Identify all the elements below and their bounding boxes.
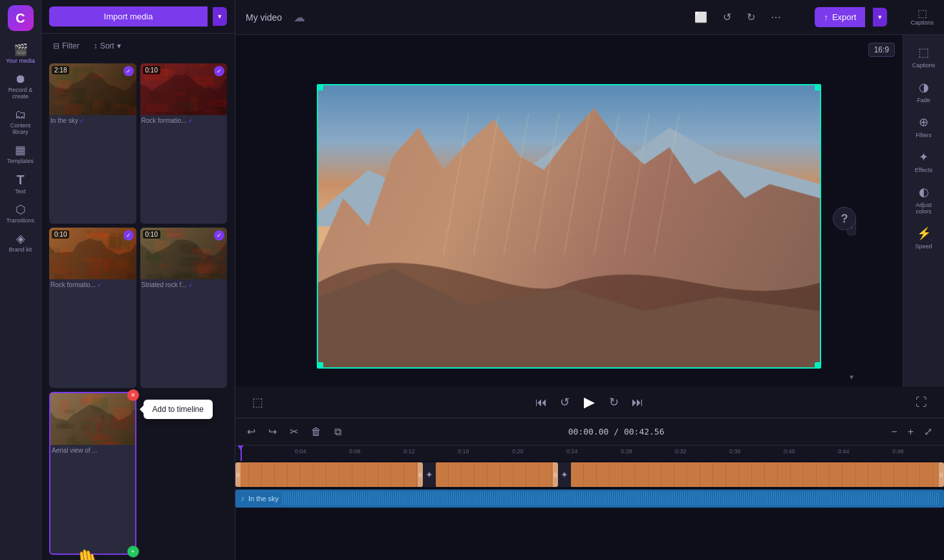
media-item-2[interactable]: 0:10 ✓ Rock formatio... ✓ bbox=[140, 63, 228, 224]
preview-area: 16:9 ‹ ? ▾ bbox=[235, 35, 903, 418]
media-grid: 2:18 ✓ In the sky ✓ 0:10 ✓ Rock formatio… bbox=[41, 58, 235, 560]
right-panel-filters[interactable]: ⊕ Filters bbox=[906, 110, 942, 144]
right-panel-captions[interactable]: ⬚ Captions bbox=[906, 40, 942, 74]
right-effects-label: Effects bbox=[915, 167, 932, 173]
rewind-button[interactable]: ↺ bbox=[556, 393, 574, 412]
export-chevron[interactable]: ▾ bbox=[873, 8, 887, 27]
redo-tool-button[interactable]: ↻ bbox=[742, 7, 760, 27]
fullscreen-button[interactable]: ⛶ bbox=[912, 393, 931, 412]
add-to-timeline-tooltip[interactable]: Add to timeline bbox=[144, 400, 213, 419]
media-item-3[interactable]: 0:10 ✓ Rock formatio... ✓ bbox=[49, 228, 136, 388]
sidebar-item-record-create[interactable]: ⏺ Record & create bbox=[3, 69, 39, 103]
video-segment-2[interactable]: ⏸ bbox=[435, 462, 558, 487]
main-area: My video ☁ ⬜ ↺ ↻ ⋯ ↑ Export ▾ ⬚ Captions bbox=[235, 0, 944, 560]
right-panel-fade[interactable]: ◑ Fade bbox=[906, 75, 942, 109]
top-bar-tools: ⬜ ↺ ↻ ⋯ bbox=[689, 7, 786, 27]
segment-frames-3 bbox=[570, 462, 944, 487]
sort-icon: ↕ bbox=[94, 41, 98, 50]
crop-tool-button[interactable]: ⬜ bbox=[689, 7, 713, 27]
video-segment-3[interactable]: ⏸ bbox=[570, 462, 944, 487]
import-media-chevron[interactable]: ▾ bbox=[213, 7, 227, 26]
undo-tool-button[interactable]: ↺ bbox=[718, 7, 736, 27]
preview-corner-bl[interactable] bbox=[317, 362, 323, 369]
sidebar-label-record-create: Record & create bbox=[5, 87, 36, 100]
right-panel-speed[interactable]: ⚡ Speed bbox=[906, 221, 942, 255]
ruler-label-2: 0:12 bbox=[403, 448, 415, 455]
subtitle-toggle-button[interactable]: ⬚ bbox=[248, 393, 267, 412]
play-pause-button[interactable]: ▶ bbox=[579, 391, 600, 413]
right-panel: ⬚ Captions ◑ Fade ⊕ Filters ✦ Effects ◐ … bbox=[903, 35, 944, 418]
sidebar-item-content-library[interactable]: 🗂 Content library bbox=[3, 105, 39, 139]
media-item-5[interactable]: ✕ + Aerial view of ... Add to timeline 🤚 bbox=[49, 392, 136, 555]
ruler-label-1: 0:08 bbox=[349, 448, 361, 455]
export-label: Export bbox=[832, 12, 857, 22]
preview-corner-tr[interactable] bbox=[815, 84, 821, 91]
media-item-1[interactable]: 2:18 ✓ In the sky ✓ bbox=[49, 63, 136, 224]
media-item-4[interactable]: 0:10 ✓ Striated rock f... ✓ bbox=[140, 228, 228, 388]
project-title: My video bbox=[246, 12, 282, 23]
cloud-icon: ☁ bbox=[294, 10, 305, 25]
media-add-icon-5[interactable]: + bbox=[127, 546, 139, 557]
ruler-label-0: 0:04 bbox=[295, 448, 306, 455]
right-panel-adjust-colors[interactable]: ◐ Adjust colors bbox=[906, 180, 942, 220]
sidebar-item-text[interactable]: T Text bbox=[3, 169, 39, 199]
media-panel-toolbar: Import media ▾ bbox=[41, 0, 235, 34]
fit-timeline-button[interactable]: ⤢ bbox=[920, 423, 936, 440]
sidebar-label-content-library: Content library bbox=[5, 122, 36, 135]
sort-button[interactable]: ↕ Sort ▾ bbox=[90, 39, 125, 53]
preview-corner-tl[interactable] bbox=[317, 84, 323, 91]
media-label-2: Rock formatio... ✓ bbox=[140, 115, 228, 127]
audio-track-label: In the sky bbox=[248, 495, 279, 502]
text-icon: T bbox=[16, 173, 24, 186]
sidebar-label-brand-kit: Brand kit bbox=[9, 246, 32, 253]
timeline-cut-button[interactable]: ✂ bbox=[286, 423, 302, 440]
video-segment-1[interactable]: ⏸ ⏸ bbox=[235, 462, 423, 487]
panel-collapse-chevron: ▾ bbox=[850, 372, 853, 382]
export-button[interactable]: ↑ Export bbox=[815, 7, 865, 27]
skip-start-button[interactable]: ⏮ bbox=[531, 393, 551, 412]
timeline-undo-button[interactable]: ↩ bbox=[243, 423, 259, 440]
segment-handle-right-3[interactable]: ⏸ bbox=[939, 462, 944, 487]
media-duration-4: 0:10 bbox=[143, 230, 160, 239]
segment-frames-1 bbox=[235, 462, 423, 487]
filter-label: Filter bbox=[62, 41, 80, 50]
playhead[interactable] bbox=[241, 446, 242, 461]
captions-button[interactable]: ⬚ Captions bbox=[910, 8, 934, 26]
sidebar-item-transitions[interactable]: ⬡ Transitions bbox=[3, 200, 39, 228]
right-adjust-label: Adjust colors bbox=[908, 202, 939, 215]
skip-end-button[interactable]: ⏭ bbox=[628, 393, 647, 412]
ruler-label-5: 0:24 bbox=[566, 448, 578, 455]
ruler-label-4: 0:20 bbox=[512, 448, 524, 455]
audio-segment[interactable]: ♪ In the sky bbox=[235, 490, 944, 508]
segment-handle-right-2[interactable]: ⏸ bbox=[553, 462, 558, 487]
sort-chevron-icon: ▾ bbox=[117, 41, 121, 50]
forward-button[interactable]: ↻ bbox=[605, 393, 623, 412]
timeline-duplicate-button[interactable]: ⧉ bbox=[330, 424, 345, 440]
sidebar-item-brand-kit[interactable]: ◈ Brand kit bbox=[3, 229, 39, 257]
ruler-label-3: 0:16 bbox=[458, 448, 469, 455]
transition-2[interactable]: ✦ bbox=[558, 462, 571, 487]
media-panel: Import media ▾ ⊟ Filter ↕ Sort ▾ 2:18 ✓ … bbox=[41, 0, 235, 560]
sidebar-item-your-media[interactable]: 🎬 Your media bbox=[3, 40, 39, 68]
more-options-button[interactable]: ⋯ bbox=[766, 7, 786, 27]
preview-corner-br[interactable] bbox=[815, 362, 821, 369]
zoom-out-button[interactable]: − bbox=[887, 423, 901, 440]
filter-button[interactable]: ⊟ Filter bbox=[49, 39, 83, 53]
segment-handle-left-1[interactable]: ⏸ bbox=[235, 462, 241, 487]
sidebar-item-templates[interactable]: ▦ Templates bbox=[3, 140, 39, 168]
timeline-redo-button[interactable]: ↪ bbox=[264, 423, 281, 440]
segment-handle-right-1[interactable]: ⏸ bbox=[418, 462, 423, 487]
sidebar-label-templates: Templates bbox=[7, 158, 34, 164]
timeline-delete-button[interactable]: 🗑 bbox=[307, 424, 325, 440]
sidebar-label-your-media: Your media bbox=[6, 58, 35, 64]
import-media-button[interactable]: Import media bbox=[49, 6, 208, 27]
captions-icon: ⬚ bbox=[917, 8, 927, 19]
zoom-in-button[interactable]: + bbox=[904, 423, 917, 440]
help-button[interactable]: ? bbox=[833, 207, 856, 230]
right-captions-icon: ⬚ bbox=[918, 45, 929, 59]
media-delete-button-5[interactable]: ✕ bbox=[127, 389, 139, 401]
transitions-icon: ⬡ bbox=[16, 204, 26, 215]
media-label-3: Rock formatio... ✓ bbox=[49, 279, 136, 291]
transition-1[interactable]: ✦ bbox=[423, 462, 436, 487]
right-panel-effects[interactable]: ✦ Effects bbox=[906, 145, 942, 178]
